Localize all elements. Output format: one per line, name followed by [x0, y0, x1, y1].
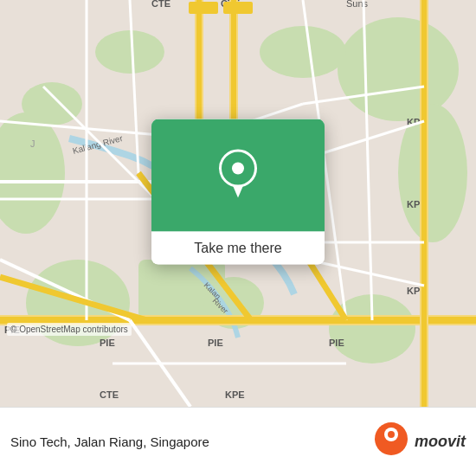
svg-rect-32	[189, 2, 218, 14]
svg-text:J: J	[30, 138, 35, 149]
svg-point-10	[22, 82, 82, 125]
map-pin-icon	[219, 150, 257, 202]
svg-point-63	[388, 431, 395, 438]
location-info: Sino Tech, Jalan Riang, Singapore	[10, 434, 209, 449]
svg-text:CTE: CTE	[151, 0, 170, 9]
moovit-logo: moovit	[375, 422, 466, 462]
svg-text:CTE: CTE	[100, 389, 119, 400]
map-attribution: © OpenStreetMap contributors	[7, 323, 132, 336]
svg-point-9	[95, 30, 164, 74]
location-name: Sino Tech, Jalan Riang, Singapore	[10, 434, 209, 449]
svg-text:PIE: PIE	[329, 338, 344, 348]
take-me-there-button[interactable]: Take me there	[151, 232, 325, 265]
svg-point-8	[260, 26, 346, 78]
svg-text:Suns: Suns	[346, 0, 369, 9]
map-container: Kaliang River CTE CTE Suns KPE KPE KPE P…	[0, 0, 476, 407]
svg-text:KPE: KPE	[225, 389, 245, 400]
popup-card: Take me there	[151, 119, 325, 265]
svg-text:PIE: PIE	[100, 338, 115, 348]
bottom-bar: Sino Tech, Jalan Riang, Singapore moovit	[0, 407, 476, 476]
pin-head	[219, 150, 257, 188]
moovit-pin-icon	[375, 422, 408, 459]
moovit-text: moovit	[415, 433, 466, 451]
pin-tail	[233, 186, 243, 198]
svg-text:PIE: PIE	[208, 338, 223, 348]
svg-point-1	[338, 17, 459, 121]
svg-rect-33	[223, 2, 253, 14]
popup-green-section	[151, 119, 325, 232]
pin-dot	[232, 163, 244, 175]
